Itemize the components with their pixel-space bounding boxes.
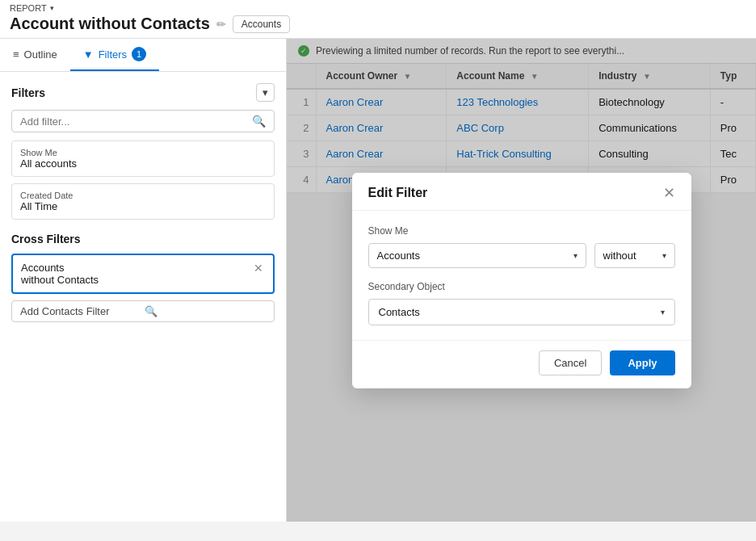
filter-icon: ▼ [83, 48, 94, 61]
outline-icon: ≡ [13, 48, 19, 61]
without-dropdown[interactable]: without ▾ [594, 243, 675, 268]
accounts-dropdown-caret: ▾ [573, 251, 578, 260]
add-contacts-filter-label: Add Contacts Filter [20, 305, 141, 317]
add-filter-input[interactable] [20, 115, 249, 128]
panel-content: Filters ▾ 🔍 Show Me All accounts Created… [0, 72, 286, 522]
filter-created-date-label: Created Date [20, 191, 266, 200]
filters-header: Filters ▾ [11, 83, 275, 102]
add-contacts-filter[interactable]: Add Contacts Filter 🔍 [11, 300, 275, 322]
cross-filters-title: Cross Filters [11, 233, 275, 245]
modal-header: Edit Filter ✕ [352, 173, 691, 211]
without-dropdown-caret: ▾ [662, 251, 666, 260]
modal-close-button[interactable]: ✕ [663, 186, 675, 200]
contacts-search-icon: 🔍 [145, 305, 266, 317]
right-panel: ✓ Previewing a limited number of records… [287, 39, 756, 522]
apply-button[interactable]: Apply [610, 350, 674, 375]
tab-filters-label: Filters [99, 48, 127, 61]
modal-body: Show Me Accounts ▾ without ▾ Secondary O… [352, 211, 691, 340]
main-layout: ≡ Outline ▼ Filters 1 Filters ▾ 🔍 Show M… [0, 39, 756, 522]
cross-filter-line2: without Contacts [21, 274, 99, 286]
page-title: Account without Contacts [10, 15, 210, 33]
filter-created-date-value: All Time [20, 200, 266, 212]
tabs-bar: ≡ Outline ▼ Filters 1 [0, 39, 286, 72]
show-me-label: Show Me [368, 225, 675, 237]
cross-filter-line1: Accounts [21, 262, 99, 274]
contacts-dropdown-value: Contacts [379, 306, 420, 318]
left-panel: ≡ Outline ▼ Filters 1 Filters ▾ 🔍 Show M… [0, 39, 287, 522]
secondary-object-label: Secondary Object [368, 281, 675, 292]
filter-show-me: Show Me All accounts [11, 140, 275, 177]
without-dropdown-value: without [603, 250, 636, 262]
accounts-dropdown[interactable]: Accounts ▾ [368, 243, 586, 268]
tab-outline[interactable]: ≡ Outline [0, 39, 70, 71]
edit-filter-modal: Edit Filter ✕ Show Me Accounts ▾ without… [352, 173, 691, 388]
filters-badge: 1 [132, 47, 146, 61]
filter-created-date: Created Date All Time [11, 183, 275, 220]
top-bar: REPORT ▾ Account without Contacts ✏ Acco… [0, 0, 756, 39]
filters-title: Filters [11, 86, 45, 99]
accounts-badge[interactable]: Accounts [233, 15, 290, 33]
filter-show-me-label: Show Me [20, 148, 266, 157]
accounts-dropdown-value: Accounts [377, 250, 420, 262]
contacts-dropdown[interactable]: Contacts ▾ [368, 299, 675, 325]
contacts-dropdown-caret: ▾ [661, 308, 665, 317]
filter-show-me-value: All accounts [20, 157, 266, 170]
modal-title: Edit Filter [368, 186, 428, 200]
show-me-row: Accounts ▾ without ▾ [368, 243, 675, 268]
page-title-row: Account without Contacts ✏ Accounts [10, 15, 746, 38]
add-filter-box[interactable]: 🔍 [11, 110, 275, 132]
modal-overlay: Edit Filter ✕ Show Me Accounts ▾ without… [287, 39, 756, 522]
report-caret-icon: ▾ [50, 4, 54, 12]
cancel-button[interactable]: Cancel [539, 350, 602, 375]
cross-filter-item: Accounts without Contacts ✕ [11, 254, 275, 294]
report-breadcrumb[interactable]: REPORT ▾ [10, 3, 746, 15]
edit-icon[interactable]: ✏ [216, 18, 226, 31]
cross-filter-text: Accounts without Contacts [21, 262, 99, 286]
search-icon: 🔍 [252, 115, 266, 128]
tab-outline-label: Outline [24, 48, 57, 61]
modal-footer: Cancel Apply [352, 340, 691, 388]
tab-filters[interactable]: ▼ Filters 1 [70, 39, 159, 71]
filters-dropdown-button[interactable]: ▾ [256, 83, 275, 102]
cross-filter-close-icon[interactable]: ✕ [252, 262, 265, 275]
